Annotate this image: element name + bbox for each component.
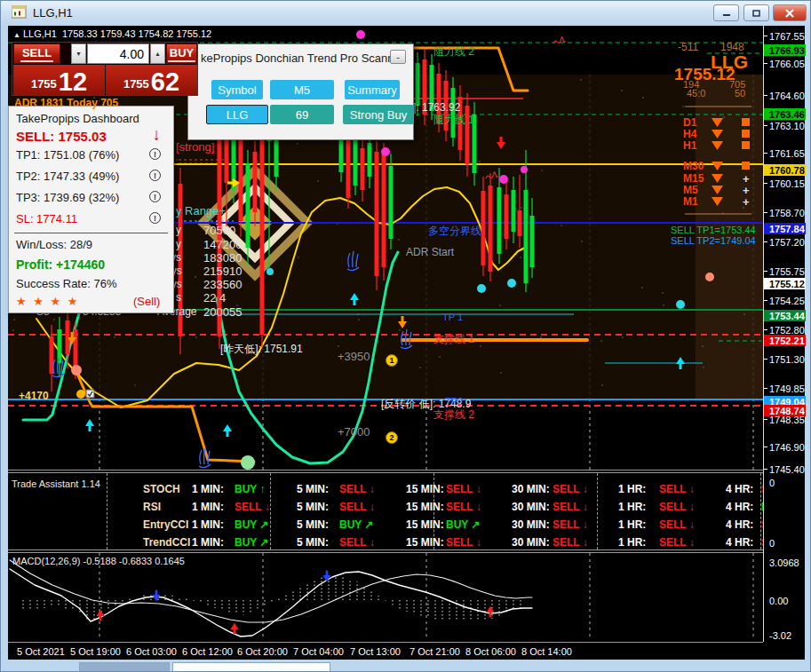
timeframe-label: 5 MIN: (297, 483, 329, 495)
price-scale-value: 1745.40 (764, 463, 806, 475)
subwindow-separator[interactable] (8, 470, 763, 473)
price-scale-value: 1760.78 (764, 164, 806, 176)
volume-decrease-button[interactable]: ▼ (71, 43, 86, 64)
chart-annotation: M15 (683, 172, 704, 185)
info-icon[interactable]: ! (149, 148, 161, 160)
chart-ohlc-values: 1758.33 1759.43 1754.82 1755.12 (62, 28, 211, 39)
time-axis-label: 6 Oct 12:00 (182, 646, 233, 657)
time-axis-label: 8 Oct 14:00 (521, 646, 572, 657)
close-button[interactable] (773, 4, 807, 21)
timeframe-label: 4 HR: (726, 518, 753, 531)
price-scale-value: 1746.90 (764, 441, 806, 453)
chart-ohlc-header: ▲LLG,H1 1758.33 1759.43 1754.82 1755.12 (13, 28, 211, 39)
info-icon[interactable]: ! (149, 191, 161, 202)
price-scale-value: 1757.20 (764, 236, 806, 248)
timeframe-label: 30 MIN: (512, 483, 550, 495)
macd-indicator-panel[interactable] (8, 553, 763, 642)
scanner-header-m5[interactable]: M5 (270, 80, 334, 99)
subwindow-separator[interactable] (8, 549, 763, 553)
scanner-value-summary[interactable]: Strong Buy (343, 105, 414, 124)
time-axis-label: 5 Oct 2021 (17, 646, 65, 657)
signal-value: SELL ↓ (659, 483, 695, 495)
timeframe-label: 15 MIN: (406, 501, 444, 513)
buy-price-main: 1755 (123, 77, 149, 91)
dashboard-stat-row: Success Rate: 76% (16, 277, 116, 290)
timeframe-label: 4 HR: (726, 536, 753, 549)
price-scale-value: 1755.12 (764, 278, 806, 289)
timeframe-label: 1 MIN: (192, 501, 224, 513)
dashboard-title: TakePropips Dashboard (16, 112, 139, 125)
restore-button[interactable] (743, 4, 769, 21)
time-axis-label: 6 Oct 20:00 (237, 646, 288, 657)
signal-value: SELL ↓ (659, 501, 695, 513)
sell-button[interactable]: SELL (13, 43, 60, 64)
timeframe-label: 30 MIN: (512, 501, 550, 513)
price-scale[interactable]: 1767.551766.931766.051764.601763.461763.… (763, 26, 805, 642)
chart-annotation: SELL TP2=1749.04 (671, 235, 756, 246)
signal-value: SELL ↓ (553, 536, 588, 549)
indicator-scale-value: 0 (764, 537, 806, 549)
indicator-name: TrendCCI (143, 536, 190, 549)
signal-value: BUY ↑ (235, 483, 265, 495)
timeframe-label: 5 MIN: (297, 501, 329, 513)
indicator-name: EntryCCI (143, 518, 188, 531)
time-axis-label: 7 Oct 21:00 (409, 646, 460, 657)
time-axis-label: 7 Oct 04:00 (293, 646, 344, 657)
chart-annotation: 215910 (203, 265, 242, 278)
info-icon[interactable]: ! (149, 170, 161, 181)
price-scale-value: 1766.93 (764, 44, 806, 56)
chart-annotation: D1 (683, 116, 697, 129)
scanner-value-symbol[interactable]: LLG (206, 105, 268, 124)
volume-input[interactable] (87, 43, 149, 64)
price-scale-value: 1751.30 (764, 353, 806, 365)
signal-strength-stars: ★ ★ ★ ★ (16, 295, 79, 308)
time-axis[interactable]: 5 Oct 20215 Oct 19:006 Oct 03:006 Oct 12… (8, 642, 763, 660)
macd-label: MACD(12,26,9) -0.5188 -0.6833 0.1645 (12, 556, 185, 566)
buy-button[interactable]: BUY (166, 43, 197, 64)
chart-annotation: M30 (683, 160, 704, 172)
chart-tab-active[interactable] (172, 662, 330, 672)
one-click-trading-panel: SELL ▼ ▲ BUY 1755 12 1755 62 (12, 42, 198, 96)
chart-annotation: 多空分界线 (428, 225, 481, 237)
scanner-value-score[interactable]: 69 (270, 105, 334, 124)
sell-price-display[interactable]: 1755 12 (13, 65, 105, 95)
buy-price-display[interactable]: 1755 62 (106, 65, 197, 95)
minimize-button[interactable] (713, 4, 739, 21)
signal-value: SELL ↓ (235, 501, 270, 513)
chart-annotation: ADR Start (406, 246, 455, 258)
signal-value: SELL ↓ (339, 501, 375, 513)
chart-annotation: SELL TP1=1753.44 (671, 225, 756, 235)
sell-price-main: 1755 (31, 77, 57, 91)
dashboard-divider (14, 233, 168, 233)
chart-annotation: s (176, 291, 181, 304)
price-scale-value: 1753.44 (764, 310, 806, 321)
timeframe-label: 15 MIN: (406, 483, 444, 495)
chart-annotation: 阻力线 2 (433, 45, 474, 58)
price-scale-value: 1755.75 (764, 265, 806, 277)
chart-annotation: -511 (678, 41, 698, 53)
chart-annotation: 支撑线 2 (433, 408, 474, 421)
chart-annotation: 2 (390, 433, 394, 442)
collapse-triangle-icon[interactable]: ▲ (13, 31, 20, 39)
chart-tab[interactable] (79, 662, 170, 672)
chart-annotation: 45:0 (687, 88, 705, 99)
scanner-header-symbol[interactable]: Symbol (211, 80, 263, 99)
chart-client-area[interactable]: SINO SOUND 澳 聲 集 團 峡岁月点滴鎏金 汉声周经理专属 合作V【h… (8, 26, 805, 660)
indicator-name: STOCH (143, 483, 180, 495)
time-axis-label: 6 Oct 03:00 (126, 646, 177, 657)
volume-increase-button[interactable]: ▲ (150, 43, 165, 64)
price-scale-value: 1758.70 (764, 207, 806, 218)
time-axis-label: 5 Oct 19:00 (70, 646, 121, 657)
signal-value: SELL ↓ (553, 518, 588, 531)
adr-readout: ADR 1831 Today 705 (14, 97, 118, 109)
window-titlebar[interactable]: LLG,H1 (1, 1, 811, 26)
timeframe-label: 15 MIN: (406, 518, 444, 531)
chart-annotation: TP 1 (442, 312, 463, 322)
indicator-scale-value: 0 (764, 477, 806, 488)
chart-annotation: y Range+ (176, 204, 226, 217)
scanner-header-summary[interactable]: Summary (345, 80, 400, 99)
period-separator (270, 473, 271, 549)
price-scale-value: 1761.65 (764, 147, 806, 159)
scanner-minimize-button[interactable]: - (390, 50, 406, 64)
info-icon[interactable]: ! (149, 212, 161, 224)
